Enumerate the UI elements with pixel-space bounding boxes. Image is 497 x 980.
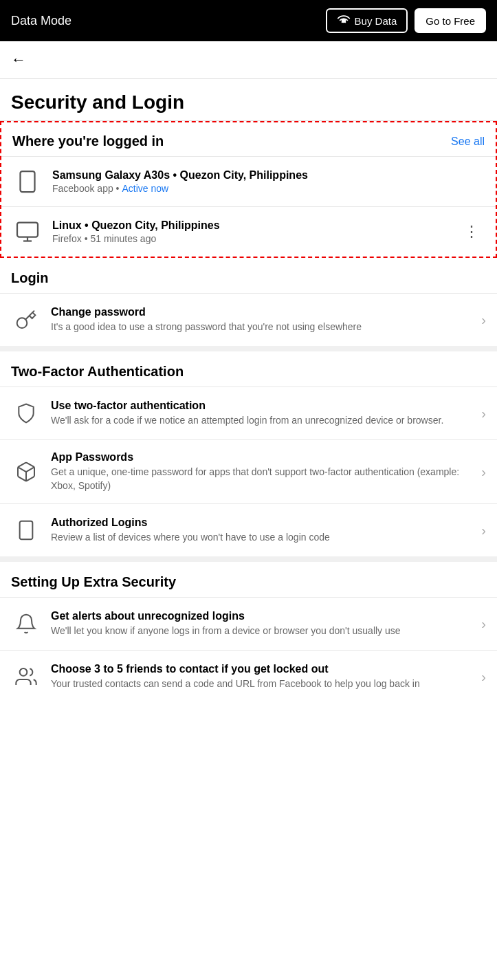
two-factor-text: Use two-factor authentication We'll ask … — [51, 400, 472, 428]
change-password-text: Change password It's a good idea to use … — [51, 306, 472, 334]
back-row[interactable]: ← — [0, 41, 497, 79]
get-alerts-chevron: › — [481, 616, 486, 632]
authorized-logins-item[interactable]: Authorized Logins Review a list of devic… — [0, 503, 497, 556]
get-alerts-title: Get alerts about unrecognized logins — [51, 610, 472, 622]
bell-icon — [15, 613, 37, 635]
key-icon — [15, 309, 37, 331]
buy-data-button[interactable]: Buy Data — [326, 8, 408, 33]
authorized-logins-desc: Review a list of devices where you won't… — [51, 531, 472, 545]
mobile-device-icon — [12, 166, 43, 197]
divider-1 — [0, 346, 497, 351]
friends-icon — [15, 666, 37, 688]
two-factor-item-title: Use two-factor authentication — [51, 400, 472, 412]
device-info-linux: Linux • Quezon City, Philippines Firefox… — [52, 219, 449, 244]
svg-point-10 — [20, 668, 27, 676]
login-section: Login Change password It's a good idea t… — [0, 258, 497, 346]
authorized-logins-text: Authorized Logins Review a list of devic… — [51, 516, 472, 545]
device-app-samsung: Facebook app • — [52, 183, 122, 194]
authorized-logins-title: Authorized Logins — [51, 516, 472, 529]
data-mode-title: Data Mode — [11, 14, 71, 28]
page-title: Security and Login — [11, 91, 486, 113]
device-sub-linux: Firefox • 51 minutes ago — [52, 233, 449, 244]
box-icon — [15, 461, 37, 483]
device-row-samsung[interactable]: Samsung Galaxy A30s • Quezon City, Phili… — [1, 156, 496, 206]
get-alerts-item[interactable]: Get alerts about unrecognized logins We'… — [0, 597, 497, 650]
smartphone-icon — [15, 169, 40, 194]
two-factor-title: Two-Factor Authentication — [0, 351, 497, 386]
device-sub-samsung: Facebook app • Active now — [52, 183, 485, 194]
change-password-chevron: › — [481, 312, 486, 328]
wifi-icon — [337, 14, 351, 28]
svg-point-6 — [17, 318, 27, 328]
get-alerts-text: Get alerts about unrecognized logins We'… — [51, 610, 472, 638]
change-password-desc: It's a good idea to use a strong passwor… — [51, 320, 472, 334]
authorized-logins-chevron: › — [481, 523, 486, 538]
top-bar-buttons: Buy Data Go to Free — [326, 8, 486, 33]
app-passwords-text: App Passwords Get a unique, one-time pas… — [51, 451, 472, 492]
trusted-contacts-item[interactable]: Choose 3 to 5 friends to contact if you … — [0, 650, 497, 703]
mobile-auth-icon-wrapper — [11, 515, 41, 545]
logged-in-title: Where you're logged in — [12, 133, 164, 149]
go-to-free-label: Go to Free — [426, 15, 475, 27]
trusted-contacts-chevron: › — [481, 669, 486, 685]
extra-security-title: Setting Up Extra Security — [0, 562, 497, 597]
friends-icon-wrapper — [11, 662, 41, 692]
app-passwords-item[interactable]: App Passwords Get a unique, one-time pas… — [0, 439, 497, 503]
shield-icon-wrapper — [11, 398, 41, 428]
desktop-device-icon — [12, 217, 43, 247]
login-section-title: Login — [0, 258, 497, 293]
change-password-title: Change password — [51, 306, 472, 318]
shield-icon — [15, 402, 37, 424]
go-to-free-button[interactable]: Go to Free — [415, 8, 486, 33]
svg-rect-8 — [20, 521, 33, 540]
extra-security-section: Setting Up Extra Security Get alerts abo… — [0, 562, 497, 703]
back-arrow-icon[interactable]: ← — [11, 51, 26, 68]
app-passwords-chevron: › — [481, 464, 486, 480]
mobile-auth-icon — [15, 519, 37, 541]
app-passwords-desc: Get a unique, one-time password for apps… — [51, 466, 472, 492]
bell-icon-wrapper — [11, 609, 41, 639]
logged-in-section: Where you're logged in See all Samsung G… — [0, 121, 497, 258]
device-name-samsung: Samsung Galaxy A30s • Quezon City, Phili… — [52, 169, 485, 182]
change-password-item[interactable]: Change password It's a good idea to use … — [0, 293, 497, 346]
active-now-badge: Active now — [122, 183, 168, 194]
top-bar: Data Mode Buy Data Go to Free — [0, 0, 497, 41]
page-title-section: Security and Login — [0, 79, 497, 121]
trusted-contacts-title: Choose 3 to 5 friends to contact if you … — [51, 663, 472, 675]
buy-data-label: Buy Data — [355, 15, 397, 27]
app-passwords-title: App Passwords — [51, 451, 472, 464]
box-icon-wrapper — [11, 457, 41, 487]
divider-2 — [0, 556, 497, 562]
key-icon-wrapper — [11, 305, 41, 335]
device-name-linux: Linux • Quezon City, Philippines — [52, 219, 449, 232]
two-factor-item[interactable]: Use two-factor authentication We'll ask … — [0, 386, 497, 439]
trusted-contacts-desc: Your trusted contacts can send a code an… — [51, 677, 472, 691]
svg-rect-3 — [17, 223, 38, 237]
monitor-icon — [15, 219, 40, 244]
device-info-samsung: Samsung Galaxy A30s • Quezon City, Phili… — [52, 169, 485, 194]
two-factor-chevron: › — [481, 406, 486, 422]
logged-in-header: Where you're logged in See all — [1, 122, 496, 156]
see-all-link[interactable]: See all — [451, 135, 485, 148]
two-factor-item-desc: We'll ask for a code if we notice an att… — [51, 414, 472, 428]
trusted-contacts-text: Choose 3 to 5 friends to contact if you … — [51, 663, 472, 691]
more-options-icon[interactable]: ⋮ — [459, 220, 485, 243]
two-factor-section: Two-Factor Authentication Use two-factor… — [0, 351, 497, 556]
device-row-linux[interactable]: Linux • Quezon City, Philippines Firefox… — [1, 206, 496, 257]
get-alerts-desc: We'll let you know if anyone logs in fro… — [51, 624, 472, 638]
svg-rect-1 — [21, 171, 35, 192]
